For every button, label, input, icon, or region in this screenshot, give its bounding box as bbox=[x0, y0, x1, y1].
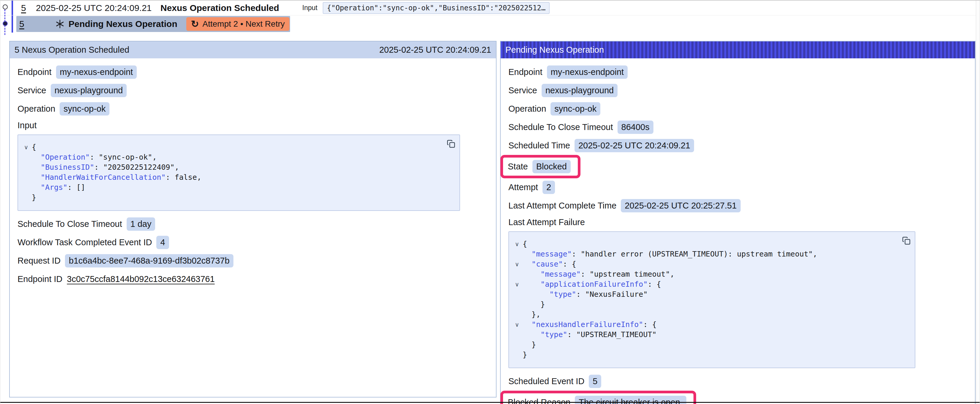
state-value-badge: Blocked bbox=[532, 160, 571, 173]
code-text: { bbox=[523, 239, 527, 249]
code-line: "message": "handler error (UPSTREAM_TIME… bbox=[511, 249, 909, 259]
endpoint-id-link[interactable]: 3c0c75ccfa8144b092c13ce632463761 bbox=[67, 274, 215, 284]
input-json-code-block: ∨{ "Operation": "sync-op-ok", "BusinessI… bbox=[18, 135, 460, 211]
field-row-schedule-to-close-timeout: Schedule To Close Timeout 1 day bbox=[18, 217, 488, 231]
event-row-pending: 5 Pending Nexus Operation ↻ Attempt 2 • … bbox=[0, 16, 980, 33]
code-gutter bbox=[511, 269, 523, 279]
field-label: State bbox=[508, 162, 528, 171]
code-line: }, bbox=[511, 309, 909, 320]
field-label: Attempt bbox=[508, 182, 538, 192]
field-value-badge: 1 day bbox=[127, 217, 156, 231]
code-text: } bbox=[523, 340, 536, 350]
field-value-badge: sync-op-ok bbox=[550, 102, 600, 116]
code-line: "type": "NexusFailure" bbox=[511, 289, 909, 299]
code-gutter bbox=[511, 340, 523, 350]
event-history-page: 5 2025-02-25 UTC 20:24:09.21 Nexus Opera… bbox=[0, 0, 980, 404]
code-text: "Operation": "sync-op-ok", bbox=[32, 152, 157, 162]
panel-title: 5 Nexus Operation Scheduled bbox=[14, 45, 129, 55]
code-gutter bbox=[511, 299, 523, 309]
scheduled-panel-body: Endpoint my-nexus-endpoint Service nexus… bbox=[10, 59, 496, 299]
code-line: ∨{ bbox=[21, 142, 453, 152]
code-gutter bbox=[21, 152, 32, 162]
field-row-operation: Operation sync-op-ok bbox=[18, 102, 488, 116]
code-gutter bbox=[511, 309, 523, 320]
field-row-operation: Operation sync-op-ok bbox=[508, 102, 967, 116]
pending-panel-header-striped: Pending Nexus Operation bbox=[501, 41, 975, 59]
field-row-schedule-to-close-timeout: Schedule To Close Timeout 86400s bbox=[508, 120, 967, 134]
nexus-asterisk-icon bbox=[56, 19, 64, 29]
field-row-scheduled-time: Scheduled Time 2025-02-25 UTC 20:24:09.2… bbox=[508, 139, 967, 152]
field-row-endpoint-id: Endpoint ID 3c0c75ccfa8144b092c13ce63246… bbox=[18, 273, 488, 286]
fold-chevron-icon[interactable]: ∨ bbox=[511, 320, 523, 330]
copy-icon bbox=[902, 236, 911, 245]
timeline-event-circle-icon bbox=[3, 5, 8, 10]
event-rows: 5 2025-02-25 UTC 20:24:09.21 Nexus Opera… bbox=[0, 1, 980, 33]
code-line: ∨ "applicationFailureInfo": { bbox=[511, 279, 909, 289]
code-text: } bbox=[32, 193, 36, 203]
field-label: Scheduled Time bbox=[508, 141, 570, 151]
pending-operation-detail-panel: Pending Nexus Operation Endpoint my-nexu… bbox=[500, 41, 975, 404]
field-value-badge: nexus-playground bbox=[542, 84, 618, 97]
field-label: Operation bbox=[18, 104, 55, 114]
fold-chevron-icon[interactable]: ∨ bbox=[511, 259, 523, 269]
panel-timestamp: 2025-02-25 UTC 20:24:09.21 bbox=[379, 45, 491, 55]
event-id-link[interactable]: 5 bbox=[19, 19, 34, 29]
code-content: ∨{ "Operation": "sync-op-ok", "BusinessI… bbox=[21, 142, 453, 203]
event-id-link[interactable]: 5 bbox=[21, 3, 36, 13]
pending-row-selected-band[interactable]: 5 Pending Nexus Operation ↻ Attempt 2 • … bbox=[16, 16, 290, 32]
scrollbar-track[interactable] bbox=[976, 1, 980, 404]
code-text: "message": "handler error (UPSTREAM_TIME… bbox=[523, 249, 817, 259]
code-text: { bbox=[32, 142, 36, 152]
copy-button[interactable] bbox=[902, 236, 911, 245]
field-value-badge: b1c6a4bc-8ee7-468a-9169-df3b02c8737b bbox=[65, 254, 234, 268]
scheduled-panel-header: 5 Nexus Operation Scheduled 2025-02-25 U… bbox=[10, 41, 496, 59]
field-row-endpoint: Endpoint my-nexus-endpoint bbox=[18, 65, 488, 79]
code-line: "BusinessID": "20250225122409", bbox=[21, 162, 453, 173]
panel-title: Pending Nexus Operation bbox=[506, 45, 604, 55]
field-value-badge: my-nexus-endpoint bbox=[56, 65, 137, 79]
event-title: Pending Nexus Operation bbox=[68, 19, 177, 29]
code-line: } bbox=[21, 193, 453, 203]
field-value-badge: 2025-02-25 UTC 20:25:27.51 bbox=[621, 199, 740, 212]
copy-button[interactable] bbox=[446, 139, 455, 148]
code-line: "HandlerWaitForCancellation": false, bbox=[21, 173, 453, 182]
failure-json-code-block: ∨{ "message": "handler error (UPSTREAM_T… bbox=[508, 231, 915, 368]
event-row-scheduled[interactable]: 5 2025-02-25 UTC 20:24:09.21 Nexus Opera… bbox=[0, 1, 980, 16]
code-text: "nexusHandlerFailureInfo": { bbox=[523, 320, 657, 330]
field-value-badge: my-nexus-endpoint bbox=[547, 65, 628, 79]
code-line: ∨ "cause": { bbox=[511, 259, 909, 269]
field-label: Scheduled Event ID bbox=[508, 377, 584, 386]
field-label: Last Attempt Complete Time bbox=[508, 201, 616, 211]
scheduled-event-detail-panel: 5 Nexus Operation Scheduled 2025-02-25 U… bbox=[9, 41, 496, 398]
window-bottom-edge bbox=[0, 402, 980, 403]
pending-panel-body: Endpoint my-nexus-endpoint Service nexus… bbox=[501, 59, 975, 404]
field-value-badge: 2 bbox=[542, 181, 555, 194]
event-title: Nexus Operation Scheduled bbox=[161, 3, 279, 13]
field-row-service: Service nexus-playground bbox=[508, 84, 967, 97]
code-text: "message": "upstream timeout", bbox=[523, 269, 675, 279]
fold-chevron-icon[interactable]: ∨ bbox=[21, 142, 32, 152]
code-text: "BusinessID": "20250225122409", bbox=[32, 162, 179, 173]
field-label: Endpoint bbox=[18, 67, 52, 77]
field-label: Workflow Task Completed Event ID bbox=[18, 238, 152, 247]
code-gutter bbox=[511, 330, 523, 340]
fold-chevron-icon[interactable]: ∨ bbox=[511, 279, 523, 289]
code-text: "HandlerWaitForCancellation": false, bbox=[32, 173, 201, 182]
code-line: ∨ "nexusHandlerFailureInfo": { bbox=[511, 320, 909, 330]
field-value-badge: nexus-playground bbox=[51, 84, 127, 97]
code-line: "Args": [] bbox=[21, 182, 453, 193]
code-text: "Args": [] bbox=[32, 182, 86, 193]
field-row-state: State Blocked bbox=[508, 160, 571, 173]
input-section-label: Input bbox=[18, 120, 488, 130]
code-gutter bbox=[511, 350, 523, 360]
input-preview-chip[interactable]: {"Operation":"sync-op-ok","BusinessID":"… bbox=[323, 2, 550, 14]
code-line: } bbox=[511, 299, 909, 309]
event-timestamp: 2025-02-25 UTC 20:24:09.21 bbox=[36, 3, 161, 13]
field-value-badge: 4 bbox=[156, 236, 169, 249]
fold-chevron-icon[interactable]: ∨ bbox=[511, 239, 523, 249]
state-annotation-highlight: State Blocked bbox=[500, 155, 581, 178]
code-line: ∨{ bbox=[511, 239, 909, 249]
field-value-badge: 5 bbox=[589, 375, 601, 388]
retry-attempt-badge: ↻ Attempt 2 • Next Retry bbox=[186, 17, 290, 31]
field-row-scheduled-event-id: Scheduled Event ID 5 bbox=[508, 375, 967, 388]
